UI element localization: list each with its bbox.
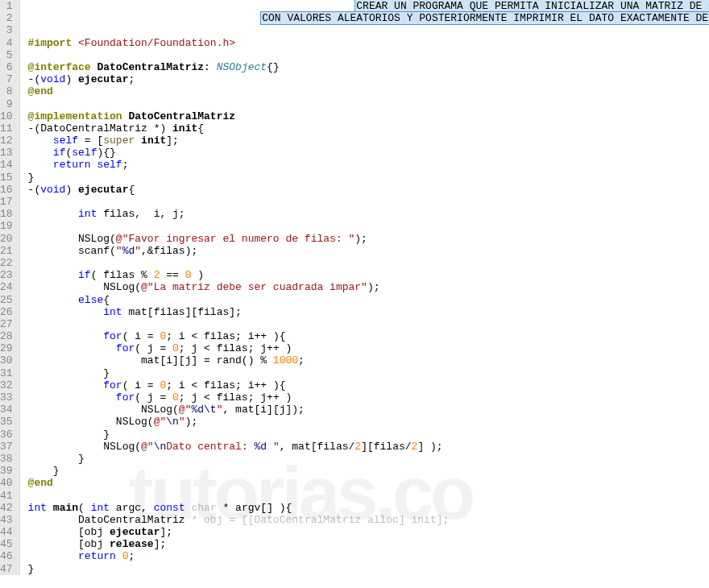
line-number: 42: [0, 502, 13, 514]
code-line: for( j = 0; j < filas; j++ ): [28, 391, 709, 404]
code-line: [28, 24, 709, 36]
code-line: DatoCentralMatriz * obj = [[DatoCentralM…: [28, 514, 709, 526]
line-number: 17: [0, 196, 13, 208]
line-number: 33: [0, 391, 13, 404]
code-line: [28, 318, 709, 330]
code-line: -(void) ejecutar;: [28, 73, 709, 85]
code-line: NSLog(@"La matriz debe ser cuadrada impa…: [28, 281, 709, 293]
line-number: 28: [0, 330, 13, 342]
line-number: 29: [0, 342, 13, 354]
line-number: 1: [0, 0, 13, 12]
line-number: 30: [0, 354, 13, 366]
code-line: NSLog(@"%d\t", mat[i][j]);: [28, 404, 709, 416]
code-line: return 0;: [28, 550, 709, 562]
code-line: @implementation DatoCentralMatriz: [28, 110, 709, 122]
code-line: -(DatoCentralMatriz *) init{: [28, 122, 709, 135]
code-line: [obj release];: [28, 538, 709, 550]
line-number: 20: [0, 233, 13, 245]
line-number: 39: [0, 465, 13, 477]
code-line: NSLog(@"\nDato central: %d ", mat[filas/…: [28, 441, 709, 453]
code-line: else{: [28, 294, 709, 306]
code-line: for( j = 0; j < filas; j++ ): [28, 342, 709, 354]
line-number: 4: [0, 37, 13, 49]
line-number: 9: [0, 98, 13, 110]
code-line: int mat[filas][filas];: [28, 306, 709, 318]
code-line: }: [28, 172, 709, 184]
code-line: self = [super init];: [28, 135, 709, 147]
code-line: }: [28, 367, 709, 379]
code-line: }: [28, 465, 709, 477]
line-number: 22: [0, 257, 13, 269]
line-number: 34: [0, 404, 13, 416]
code-line: int main( int argc, const char * argv[] …: [28, 502, 709, 514]
code-editor: 1234567891011121314151617181920212223242…: [0, 0, 709, 575]
code-line: mat[i][j] = rand() % 1000;: [28, 354, 709, 366]
line-number: 47: [0, 563, 13, 575]
line-number: 38: [0, 453, 13, 465]
line-number: 27: [0, 318, 13, 330]
code-area[interactable]: CREAR UN PROGRAMA QUE PERMITA INICIALIZA…: [20, 0, 709, 575]
code-line: [28, 257, 709, 269]
line-number: 35: [0, 416, 13, 428]
code-line: }: [28, 453, 709, 465]
code-line: [28, 196, 709, 208]
code-line: [28, 220, 709, 232]
line-number-gutter: 1234567891011121314151617181920212223242…: [0, 0, 20, 575]
code-line: @interface DatoCentralMatriz: NSObject{}: [28, 61, 709, 73]
code-line: for( i = 0; i < filas; i++ ){: [28, 379, 709, 391]
code-line: NSLog(@"Favor ingresar el numero de fila…: [28, 233, 709, 245]
code-line: if( filas % 2 == 0 ): [28, 269, 709, 281]
code-line: @end: [28, 85, 709, 97]
code-line: -(void) ejecutar{: [28, 184, 709, 196]
code-line: #import <Foundation/Foundation.h>: [28, 37, 709, 49]
line-number: 23: [0, 269, 13, 281]
line-number: 25: [0, 294, 13, 306]
line-number: 46: [0, 550, 13, 562]
line-number: 26: [0, 306, 13, 318]
line-number: 15: [0, 172, 13, 184]
line-number: 7: [0, 73, 13, 85]
code-line: NSLog(@"\n");: [28, 416, 709, 428]
code-line: CON VALORES ALEATORIOS Y POSTERIORMENTE …: [28, 12, 709, 24]
code-line: [28, 98, 709, 110]
line-number: 11: [0, 122, 13, 135]
line-number: 16: [0, 184, 13, 196]
code-line: if(self){}: [28, 147, 709, 159]
code-line: CREAR UN PROGRAMA QUE PERMITA INICIALIZA…: [28, 0, 709, 12]
code-line: for( i = 0; i < filas; i++ ){: [28, 330, 709, 342]
line-number: 12: [0, 135, 13, 147]
line-number: 18: [0, 208, 13, 220]
line-number: 41: [0, 490, 13, 502]
code-line: int filas, i, j;: [28, 208, 709, 220]
line-number: 43: [0, 514, 13, 526]
line-number: 3: [0, 24, 13, 36]
line-number: 24: [0, 281, 13, 293]
line-number: 31: [0, 367, 13, 379]
line-number: 45: [0, 538, 13, 550]
line-number: 40: [0, 477, 13, 489]
line-number: 2: [0, 12, 13, 24]
line-number: 5: [0, 49, 13, 61]
line-number: 10: [0, 110, 13, 122]
code-line: [obj ejecutar];: [28, 526, 709, 538]
code-line: }: [28, 429, 709, 441]
line-number: 19: [0, 220, 13, 232]
code-line: [28, 49, 709, 61]
code-line: }: [28, 563, 709, 575]
line-number: 21: [0, 245, 13, 257]
line-number: 14: [0, 159, 13, 171]
line-number: 37: [0, 441, 13, 453]
code-line: return self;: [28, 159, 709, 171]
line-number: 44: [0, 526, 13, 538]
line-number: 8: [0, 85, 13, 97]
code-line: scanf("%d",&filas);: [28, 245, 709, 257]
code-line: @end: [28, 477, 709, 489]
line-number: 13: [0, 147, 13, 159]
code-line: [28, 490, 709, 502]
line-number: 6: [0, 61, 13, 73]
line-number: 32: [0, 379, 13, 391]
line-number: 36: [0, 429, 13, 441]
